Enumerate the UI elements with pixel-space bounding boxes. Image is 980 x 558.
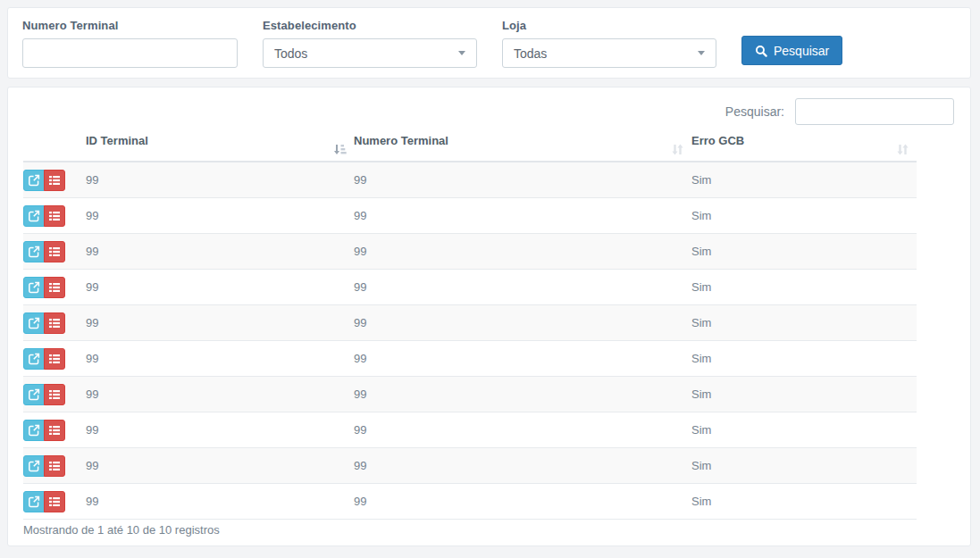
table-row: 99 99 Sim <box>23 305 917 341</box>
terminal-list-button[interactable] <box>44 455 65 477</box>
id-terminal-cell: 99 <box>86 341 354 377</box>
id-terminal-cell: 99 <box>86 377 354 412</box>
list-icon <box>48 246 61 258</box>
row-action-group <box>23 312 65 334</box>
row-action-group <box>23 170 65 191</box>
terminals-panel: Pesquisar: ID Termin <box>7 87 971 546</box>
erro-gcb-cell: Sim <box>691 484 917 520</box>
id-terminal-cell: 99 <box>86 484 354 520</box>
row-actions-cell <box>23 305 86 341</box>
table-search-input[interactable] <box>795 98 954 125</box>
table-row: 99 99 Sim <box>23 484 917 520</box>
column-header-label: Numero Terminal <box>354 134 448 147</box>
terminal-list-button[interactable] <box>44 205 65 227</box>
share-square-icon <box>28 210 40 222</box>
column-header-label: Erro GCB <box>691 134 744 147</box>
list-icon <box>48 388 61 401</box>
terminal-list-button[interactable] <box>44 348 65 370</box>
numero-terminal-cell: 99 <box>354 198 691 234</box>
records-info: Mostrando de 1 até 10 de 10 registros <box>23 523 220 537</box>
sort-both-icon <box>896 143 909 156</box>
column-header-numero-terminal[interactable]: Numero Terminal <box>354 129 691 162</box>
open-terminal-button[interactable] <box>23 170 45 191</box>
erro-gcb-cell: Sim <box>691 198 917 234</box>
row-action-group <box>23 420 65 441</box>
erro-gcb-cell: Sim <box>691 341 917 377</box>
share-square-icon <box>28 353 40 365</box>
erro-gcb-cell: Sim <box>691 162 917 198</box>
loja-label: Loja <box>502 19 716 32</box>
open-terminal-button[interactable] <box>23 348 45 370</box>
share-square-icon <box>28 281 40 294</box>
row-actions-cell <box>23 484 86 520</box>
terminal-list-button[interactable] <box>44 384 65 405</box>
row-action-group <box>23 455 65 477</box>
open-terminal-button[interactable] <box>23 455 45 477</box>
numero-terminal-field-group: Numero Terminal <box>22 19 238 68</box>
numero-terminal-cell: 99 <box>354 162 691 198</box>
open-terminal-button[interactable] <box>23 277 45 298</box>
numero-terminal-cell: 99 <box>354 412 691 448</box>
id-terminal-cell: 99 <box>86 412 354 448</box>
terminal-list-button[interactable] <box>44 312 65 334</box>
table-body: 99 99 Sim <box>23 162 917 520</box>
row-actions-cell <box>23 198 86 234</box>
estabelecimento-select[interactable]: Todos <box>263 38 477 68</box>
row-action-group <box>23 491 65 512</box>
table-row: 99 99 Sim <box>23 377 917 412</box>
table-search-label: Pesquisar: <box>725 104 784 119</box>
erro-gcb-cell: Sim <box>691 234 917 270</box>
id-terminal-cell: 99 <box>86 198 354 234</box>
erro-gcb-cell: Sim <box>691 412 917 448</box>
terminal-list-button[interactable] <box>44 241 65 262</box>
open-terminal-button[interactable] <box>23 312 45 334</box>
terminal-list-button[interactable] <box>44 277 65 298</box>
loja-select[interactable]: Todas <box>502 38 716 68</box>
table-row: 99 99 Sim <box>23 162 917 198</box>
table-row: 99 99 Sim <box>23 412 917 448</box>
list-icon <box>48 317 61 329</box>
erro-gcb-cell: Sim <box>691 270 917 305</box>
chevron-down-icon <box>698 51 705 55</box>
numero-terminal-cell: 99 <box>354 341 691 377</box>
list-icon <box>48 281 61 294</box>
numero-terminal-cell: 99 <box>354 234 691 270</box>
numero-terminal-input[interactable] <box>22 38 238 68</box>
terminals-table: ID Terminal Numero Terminal <box>23 129 917 520</box>
share-square-icon <box>28 317 40 329</box>
terminal-list-button[interactable] <box>44 491 65 512</box>
open-terminal-button[interactable] <box>23 205 45 227</box>
row-action-group <box>23 384 65 405</box>
row-action-group <box>23 205 65 227</box>
loja-selected-value: Todas <box>514 46 547 61</box>
id-terminal-cell: 99 <box>86 305 354 341</box>
open-terminal-button[interactable] <box>23 241 45 262</box>
loja-field-group: Loja Todas <box>502 19 716 68</box>
row-action-group <box>23 277 65 298</box>
open-terminal-button[interactable] <box>23 420 45 441</box>
pesquisar-button[interactable]: Pesquisar <box>741 36 842 65</box>
erro-gcb-cell: Sim <box>691 305 917 341</box>
sort-amount-asc-icon <box>333 143 347 156</box>
list-icon <box>48 353 61 365</box>
filter-panel: Numero Terminal Estabelecimento Todos Lo… <box>7 7 971 79</box>
row-actions-cell <box>23 377 86 412</box>
table-row: 99 99 Sim <box>23 234 917 270</box>
share-square-icon <box>28 246 40 258</box>
open-terminal-button[interactable] <box>23 384 45 405</box>
open-terminal-button[interactable] <box>23 491 45 512</box>
estabelecimento-label: Estabelecimento <box>263 19 477 32</box>
share-square-icon <box>28 496 40 508</box>
sort-both-icon <box>671 143 684 156</box>
list-icon <box>48 174 61 187</box>
column-header-id-terminal[interactable]: ID Terminal <box>86 129 354 162</box>
column-header-label: ID Terminal <box>86 134 148 147</box>
table-row: 99 99 Sim <box>23 270 917 305</box>
terminal-list-button[interactable] <box>44 420 65 441</box>
share-square-icon <box>28 424 40 437</box>
estabelecimento-selected-value: Todos <box>274 46 307 61</box>
column-header-erro-gcb[interactable]: Erro GCB <box>691 129 917 162</box>
list-icon <box>48 496 61 508</box>
chevron-down-icon <box>458 51 465 55</box>
terminal-list-button[interactable] <box>44 170 65 191</box>
